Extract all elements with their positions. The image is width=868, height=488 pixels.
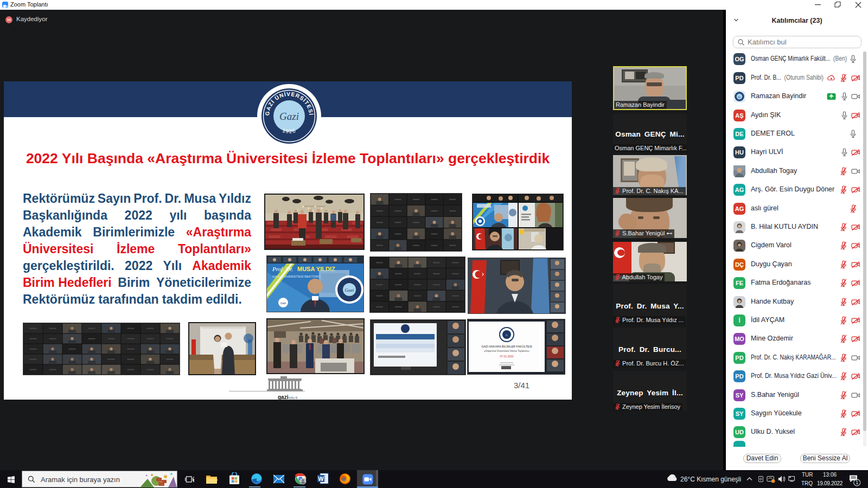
- svg-text:GAZİ ÜNİVERSİTESİ REKTÖRÜ: GAZİ ÜNİVERSİTESİ REKTÖRÜ: [272, 275, 320, 278]
- svg-text:G: G: [738, 95, 741, 99]
- svg-text:Gazi: Gazi: [344, 287, 354, 293]
- svg-text:1: 1: [856, 480, 858, 485]
- svg-text:GAZİ ANKARA BİLİMLER FAKÜLTESİ: GAZİ ANKARA BİLİMLER FAKÜLTESİ: [481, 345, 532, 348]
- svg-text:G: G: [506, 333, 508, 337]
- svg-text:gazi: gazi: [278, 394, 289, 400]
- svg-text:Gazi: Gazi: [279, 111, 299, 122]
- svg-text:Gazi: Gazi: [280, 301, 286, 305]
- svg-text:«Araştırma Üniversitesi İzleme: «Araştırma Üniversitesi İzleme Toplantıs…: [484, 349, 529, 352]
- svg-text:W: W: [318, 476, 324, 482]
- svg-text:1926: 1926: [282, 127, 297, 134]
- svg-text:edu.tr: edu.tr: [289, 396, 298, 400]
- svg-text:Prof. Dr.: Prof. Dr.: [272, 266, 293, 272]
- svg-text:07.01.2022: 07.01.2022: [500, 355, 513, 358]
